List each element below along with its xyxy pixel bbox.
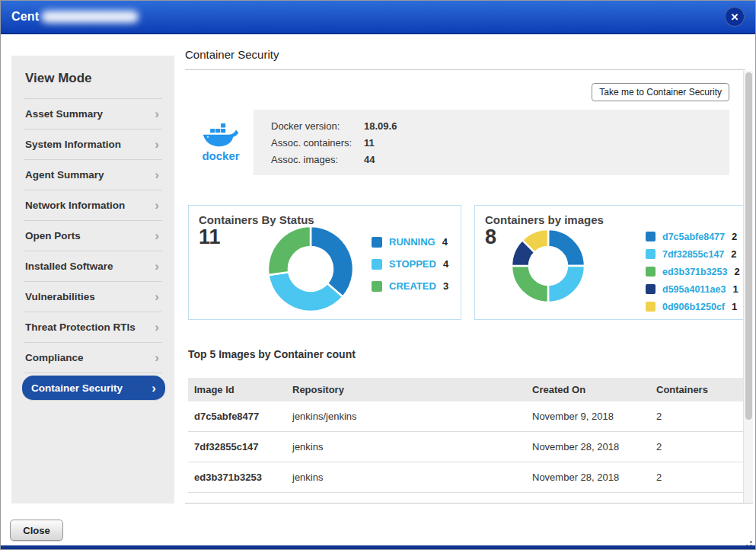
sidebar-item-label: Compliance (25, 352, 155, 363)
table-row: d7c5abfe8477 jenkins/jenkins November 9,… (188, 401, 745, 432)
sidebar-item-network-information[interactable]: Network Information › (24, 190, 162, 221)
chevron-right-icon: › (155, 199, 159, 212)
repository-cell: jenkins (286, 472, 526, 483)
sidebar-item-installed-software[interactable]: Installed Software › (24, 251, 162, 282)
chart-total: 11 (199, 225, 221, 249)
donut-slice (548, 266, 585, 302)
status-donut-chart (266, 225, 355, 316)
image-id-cell: 7df32855c147 (188, 441, 286, 452)
legend-label: d595a4011ae3 (662, 284, 726, 295)
donut-slice (548, 229, 585, 266)
column-header: Repository (286, 384, 526, 395)
sidebar-item-label: Vulnerabilities (25, 291, 155, 302)
close-icon[interactable]: ✕ (725, 7, 745, 27)
legend-swatch-icon (646, 284, 656, 294)
legend-swatch-icon (372, 237, 382, 248)
docker-whale-icon (203, 123, 239, 149)
images-legend: d7c5abfe847727df32855c1472ed3b371b32532d… (646, 231, 740, 318)
assoc-containers-label: Assoc. containers: (271, 137, 364, 149)
sidebar-item-open-ports[interactable]: Open Ports › (24, 221, 162, 251)
table-section-title: Top 5 Images by Container count (188, 348, 356, 360)
legend-item: d595a4011ae31 (646, 283, 740, 295)
donut-slice (512, 266, 548, 302)
table-row: 7df32855c147 jenkins November 28, 2018 2 (188, 432, 745, 462)
sidebar-item-asset-summary[interactable]: Asset Summary › (24, 99, 162, 130)
repository-cell: jenkins/jenkins (286, 411, 526, 422)
legend-swatch-icon (646, 302, 656, 312)
legend-label: STOPPED (389, 258, 436, 270)
chevron-right-icon: › (155, 321, 159, 334)
sidebar-item-threat-protection-rtis[interactable]: Threat Protection RTIs › (24, 312, 162, 343)
legend-label: 7df32855c147 (662, 249, 724, 260)
chevron-right-icon: › (155, 229, 159, 242)
legend-count: 2 (731, 248, 736, 260)
legend-item: d7c5abfe84772 (646, 231, 740, 242)
scrollbar-thumb[interactable] (745, 72, 752, 420)
sidebar-item-label: Agent Summary (25, 169, 155, 181)
donut-slice (268, 226, 311, 275)
title-bar: Cent ✕ (1, 1, 755, 34)
legend-item: STOPPED4 (372, 258, 448, 270)
page-title: Container Security (185, 48, 279, 61)
legend-label: CREATED (389, 280, 436, 292)
redacted-hostname (41, 11, 139, 23)
legend-count: 2 (732, 231, 737, 242)
repository-cell: jenkins (286, 441, 526, 452)
legend-item: 0d906b1250cf1 (646, 301, 740, 312)
legend-count: 4 (443, 258, 448, 270)
column-header: Containers (650, 384, 745, 395)
images-donut-chart (510, 228, 586, 307)
docker-summary-panel: docker Docker version: 18.09.6 Assoc. co… (188, 110, 729, 175)
legend-count: 3 (443, 280, 448, 292)
column-header: Image Id (188, 384, 286, 395)
asset-details-dialog: Cent ✕ View Mode Asset Summary › System … (0, 0, 756, 550)
table-header-row: Image Id Repository Created On Container… (188, 378, 745, 401)
sidebar-item-compliance[interactable]: Compliance › (24, 343, 162, 373)
created-on-cell: November 28, 2018 (526, 441, 650, 452)
legend-count: 1 (732, 283, 738, 295)
chart-title: Containers by images (485, 213, 604, 226)
sidebar-item-container-security[interactable]: Container Security › (22, 376, 165, 401)
resize-grip-icon[interactable] (750, 541, 752, 543)
sidebar-item-agent-summary[interactable]: Agent Summary › (24, 160, 162, 190)
containers-by-status-card: Containers By Status 11 RUNNING4STOPPED4… (188, 205, 461, 320)
sidebar-item-label: Asset Summary (25, 108, 155, 120)
docker-wordmark: docker (202, 150, 239, 161)
containers-cell: 2 (650, 441, 745, 452)
close-button[interactable]: Close (10, 520, 63, 541)
legend-item: CREATED3 (372, 280, 448, 292)
sidebar-item-label: Container Security (31, 382, 152, 394)
chart-total: 8 (485, 225, 496, 249)
container-security-panel: Take me to Container Security docker (185, 70, 745, 503)
image-id-cell: d7c5abfe8477 (188, 411, 286, 422)
legend-count: 2 (734, 266, 739, 277)
docker-version-value: 18.09.6 (364, 120, 397, 132)
created-on-cell: November 9, 2018 (526, 411, 650, 422)
legend-count: 1 (732, 301, 737, 312)
sidebar-item-label: Open Ports (25, 230, 155, 241)
view-mode-sidebar: View Mode Asset Summary › System Informa… (11, 56, 174, 504)
created-on-cell: November 28, 2018 (526, 472, 650, 483)
legend-label: RUNNING (389, 236, 435, 248)
chevron-right-icon: › (155, 107, 159, 120)
sidebar-item-vulnerabilities[interactable]: Vulnerabilities › (24, 282, 162, 312)
sidebar-item-label: Network Information (25, 200, 155, 211)
docker-version-label: Docker version: (271, 120, 364, 132)
sidebar-item-label: Threat Protection RTIs (25, 321, 155, 333)
sidebar-item-label: Installed Software (25, 261, 155, 272)
sidebar-item-system-information[interactable]: System Information › (24, 130, 162, 160)
legend-label: 0d906b1250cf (662, 302, 725, 312)
chevron-right-icon: › (155, 351, 159, 364)
legend-item: RUNNING4 (372, 236, 448, 248)
legend-item: ed3b371b32532 (646, 266, 740, 277)
vertical-scrollbar[interactable] (743, 71, 753, 503)
legend-swatch-icon (646, 267, 656, 277)
legend-swatch-icon (646, 232, 656, 241)
chevron-right-icon: › (155, 168, 159, 181)
column-header: Created On (526, 384, 650, 395)
image-id-cell: ed3b371b3253 (188, 472, 286, 483)
content-bottom-divider (185, 503, 753, 504)
legend-count: 4 (442, 236, 448, 248)
legend-item: 7df32855c1472 (646, 248, 740, 260)
take-me-to-container-security-button[interactable]: Take me to Container Security (592, 83, 729, 101)
